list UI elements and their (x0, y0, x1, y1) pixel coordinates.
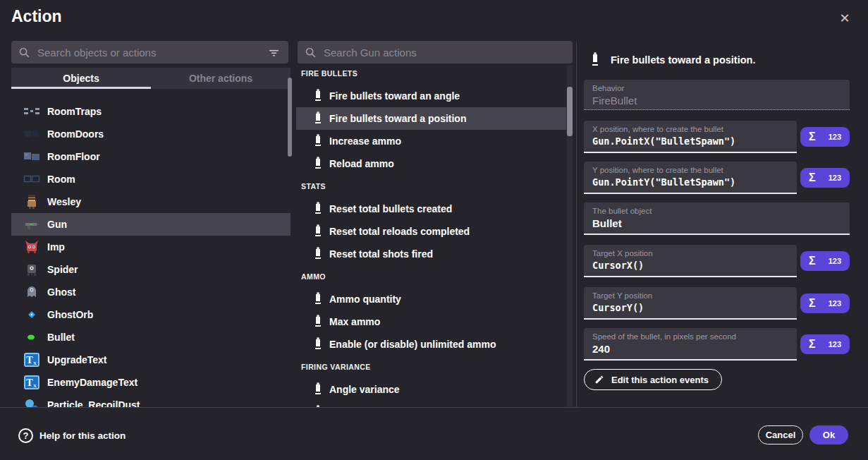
parameters-list: Behavior FireBullet X position, where to… (584, 80, 850, 361)
parameter-field[interactable]: Target X position CursorX() (584, 245, 797, 277)
parameter-field[interactable]: Speed of the bullet, in pixels per secon… (584, 328, 797, 361)
object-item-particle_recoildust[interactable]: Particle_RecoilDust (11, 394, 291, 407)
bullet-action-icon (314, 134, 322, 148)
numeric-badge: 123 (829, 257, 841, 265)
roomdoors-icon (23, 126, 40, 143)
object-item-ghost[interactable]: Ghost (11, 281, 291, 303)
room-icon (23, 171, 40, 188)
object-item-bullet[interactable]: Bullet (11, 326, 291, 349)
action-list-item[interactable]: Reset total shots fired (296, 243, 566, 265)
expression-editor-button[interactable]: Σ 123 (800, 293, 850, 313)
close-icon[interactable]: ✕ (836, 10, 853, 27)
action-config-panel: Fire bullets toward a position. Behavior… (584, 42, 850, 390)
object-item-roomtraps[interactable]: RoomTraps (11, 100, 291, 123)
expression-editor-button[interactable]: Σ 123 (800, 334, 850, 354)
left-scrollbar-thumb[interactable] (288, 78, 292, 157)
spider-icon (23, 261, 40, 278)
action-list-item[interactable]: Increase ammo (296, 130, 566, 152)
object-item-enemydamagetext[interactable]: Tx EnemyDamageText (11, 371, 291, 394)
tab-objects[interactable]: Objects (11, 68, 151, 89)
bullet-action-icon (314, 292, 322, 306)
parameter-field[interactable]: Behavior FireBullet (584, 80, 850, 110)
action-header: Fire bullets toward a position. (584, 51, 850, 69)
pencil-icon (594, 375, 604, 385)
filter-icon[interactable] (267, 45, 281, 60)
wesley-icon (23, 193, 40, 210)
svg-text:T: T (26, 377, 33, 388)
action-list: FIRE BULLETS Fire bullets toward an angl… (296, 62, 566, 407)
parameter-field[interactable]: Target Y position CursorY() (584, 287, 797, 320)
objects-search-box[interactable] (11, 41, 288, 63)
actions-search-box[interactable] (298, 41, 573, 63)
gun-icon (23, 216, 40, 233)
parameter-field[interactable]: X position, where to create the bullet G… (584, 121, 797, 153)
expression-editor-button[interactable]: Σ 123 (800, 251, 850, 271)
object-item-gun[interactable]: Gun (11, 213, 291, 236)
imp-icon (23, 238, 40, 255)
action-list-item[interactable]: Fire bullets toward an angle (296, 85, 566, 107)
action-list-item[interactable]: Speed variance (296, 401, 566, 407)
ok-button[interactable]: Ok (809, 425, 848, 444)
sigma-icon: Σ (809, 338, 816, 351)
sigma-icon: Σ (809, 131, 816, 143)
bullet-action-icon (314, 111, 322, 126)
bullet-action-icon (314, 315, 322, 329)
sigma-icon: Σ (809, 171, 816, 184)
left-panel-tabs: ObjectsOther actions (11, 68, 291, 89)
object-item-wesley[interactable]: Wesley (11, 190, 291, 213)
ghost-icon (23, 284, 40, 301)
svg-text:x: x (33, 382, 37, 389)
bullet-action-icon (591, 52, 599, 68)
help-button[interactable]: ? Help for this action (18, 426, 126, 444)
action-list-item[interactable]: Angle variance (296, 378, 566, 401)
ghostorb-icon (23, 306, 40, 323)
bullet-action-icon (314, 224, 322, 238)
bullet-action-icon (314, 157, 322, 171)
text-icon: Tx (23, 351, 40, 368)
expression-editor-button[interactable]: Σ 123 (800, 127, 850, 147)
expression-editor-button[interactable]: Σ 123 (800, 168, 850, 188)
object-item-ghostorb[interactable]: GhostOrb (11, 303, 291, 326)
bullet-action-icon (314, 337, 322, 351)
action-list-item[interactable]: Fire bullets toward a position (296, 107, 566, 130)
action-list-item[interactable]: Max ammo (296, 310, 566, 333)
numeric-badge: 123 (829, 299, 841, 308)
action-section-header: FIRE BULLETS (296, 62, 566, 85)
bullet-action-icon (314, 89, 322, 103)
particle-icon (23, 397, 40, 407)
object-item-upgradetext[interactable]: Tx UpgradeText (11, 349, 291, 371)
object-item-imp[interactable]: Imp (11, 236, 291, 258)
object-item-room[interactable]: Room (11, 168, 291, 190)
action-list-item[interactable]: Reset total reloads completed (296, 220, 566, 243)
object-item-roomdoors[interactable]: RoomDoors (11, 123, 291, 145)
panel-divider (576, 42, 577, 407)
svg-text:T: T (26, 355, 33, 365)
bullet-action-icon (314, 202, 322, 216)
parameter-field[interactable]: Y position, where to create the bullet G… (584, 162, 797, 194)
objects-search-input[interactable] (37, 47, 267, 59)
bullet-action-icon (314, 247, 322, 261)
sigma-icon: Σ (809, 297, 816, 310)
bullet-action-icon (314, 382, 322, 397)
text-icon: Tx (23, 374, 40, 391)
actions-search-input[interactable] (324, 47, 566, 59)
action-title: Fire bullets toward a position. (611, 54, 755, 66)
numeric-badge: 123 (829, 133, 841, 141)
edit-action-events-button[interactable]: Edit this action events (584, 369, 722, 390)
svg-text:x: x (33, 359, 37, 366)
action-list-item[interactable]: Ammo quantity (296, 288, 566, 310)
action-list-item[interactable]: Enable (or disable) unlimited ammo (296, 333, 566, 356)
middle-scrollbar-thumb[interactable] (567, 87, 573, 136)
cancel-button[interactable]: Cancel (758, 425, 803, 444)
parameter-field[interactable]: The bullet object Bullet (584, 202, 850, 235)
numeric-badge: 123 (829, 174, 841, 182)
action-list-item[interactable]: Reload ammo (296, 152, 566, 175)
object-item-spider[interactable]: Spider (11, 258, 291, 281)
action-list-item[interactable]: Reset total bullets created (296, 198, 566, 220)
object-item-roomfloor[interactable]: RoomFloor (11, 145, 291, 168)
tab-other-actions[interactable]: Other actions (151, 68, 291, 89)
object-list: RoomTraps RoomDoors RoomFloor Room Wesle… (11, 100, 291, 407)
numeric-badge: 123 (829, 340, 841, 349)
action-section-header: STATS (296, 175, 566, 198)
action-section-header: FIRING VARIANCE (296, 356, 566, 378)
